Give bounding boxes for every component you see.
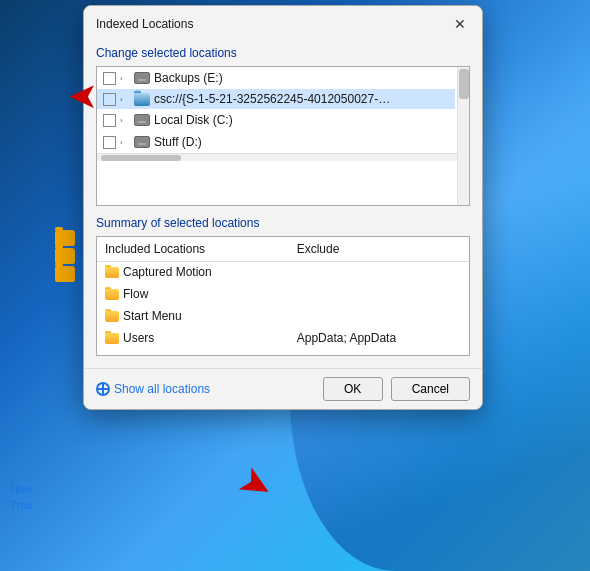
summary-name-users: Users	[123, 331, 154, 345]
locations-list[interactable]: › Backups (E:) › csc://{S-1-5-21-3252562…	[96, 66, 470, 206]
arrow-pointer-2: ➤	[231, 455, 283, 512]
folder-icon-1	[55, 230, 75, 246]
drive-icon-backups	[134, 70, 150, 86]
summary-section: Summary of selected locations Included L…	[96, 216, 470, 356]
chevron-localdisk: ›	[120, 116, 130, 125]
summary-folder-captured	[105, 267, 119, 278]
globe-icon	[96, 382, 110, 396]
cancel-button[interactable]: Cancel	[391, 377, 470, 401]
vertical-scrollbar[interactable]	[457, 67, 469, 205]
col-included: Included Locations	[97, 237, 289, 262]
dialog-content: Change selected locations › Backups (E:)	[84, 40, 482, 368]
hdd-backups	[134, 72, 150, 84]
location-item-backups[interactable]: › Backups (E:)	[97, 67, 455, 89]
dialog-close-button[interactable]: ✕	[450, 14, 470, 34]
change-locations-section: Change selected locations › Backups (E:)	[96, 46, 470, 206]
summary-exclude-flow	[289, 284, 469, 306]
summary-name-startmenu: Start Menu	[123, 309, 182, 323]
summary-row-captured: Captured Motion	[97, 262, 469, 285]
sidebar-bottom-links: How Trou	[10, 483, 32, 511]
dialog-footer: Show all locations OK Cancel	[84, 368, 482, 409]
folder-icon-csc	[134, 93, 150, 106]
location-name-localdisk: Local Disk (C:)	[154, 113, 233, 127]
show-all-label: Show all locations	[114, 382, 210, 396]
h-scrollbar-thumb	[101, 155, 181, 161]
chevron-stuff: ›	[120, 138, 130, 147]
dialog-titlebar: Indexed Locations ✕	[84, 6, 482, 40]
summary-folder-startmenu	[105, 311, 119, 322]
summary-folder-flow	[105, 289, 119, 300]
sidebar-folder-icons	[55, 230, 75, 282]
hdd-stuff	[134, 136, 150, 148]
summary-table: Included Locations Exclude Captured Moti…	[97, 237, 469, 350]
show-all-locations-link[interactable]: Show all locations	[96, 382, 210, 396]
v-scrollbar-thumb	[459, 69, 469, 99]
summary-row-flow: Flow	[97, 284, 469, 306]
location-name-stuff: Stuff (D:)	[154, 135, 202, 149]
ok-button[interactable]: OK	[323, 377, 383, 401]
summary-table-container: Included Locations Exclude Captured Moti…	[96, 236, 470, 356]
sidebar-trou-link[interactable]: Trou	[10, 499, 32, 511]
summary-item-startmenu: Start Menu	[105, 309, 281, 323]
col-exclude: Exclude	[289, 237, 469, 262]
folder-icon-3	[55, 266, 75, 282]
summary-row-users: Users AppData; AppData	[97, 328, 469, 350]
folder-icon-2	[55, 248, 75, 264]
summary-cell-users: Users	[97, 328, 289, 350]
summary-name-flow: Flow	[123, 287, 148, 301]
drive-icon-localdisk	[134, 112, 150, 128]
summary-cell-captured: Captured Motion	[97, 262, 289, 285]
location-item-csc[interactable]: › csc://{S-1-5-21-3252562245-4012050027-…	[97, 89, 455, 109]
checkbox-backups[interactable]	[103, 72, 116, 85]
location-name-csc: csc://{S-1-5-21-3252562245-4012050027-20…	[154, 92, 394, 106]
hdd-localdisk	[134, 114, 150, 126]
locations-list-inner: › Backups (E:) › csc://{S-1-5-21-3252562…	[97, 67, 469, 153]
summary-item-users: Users	[105, 331, 281, 345]
location-item-localdisk[interactable]: › Local Disk (C:)	[97, 109, 455, 131]
location-item-stuff[interactable]: › Stuff (D:)	[97, 131, 455, 153]
chevron-backups: ›	[120, 74, 130, 83]
drive-icon-stuff	[134, 134, 150, 150]
chevron-csc: ›	[120, 95, 130, 104]
summary-exclude-captured	[289, 262, 469, 285]
summary-section-title: Summary of selected locations	[96, 216, 470, 230]
indexed-locations-dialog: Indexed Locations ✕ Change selected loca…	[83, 5, 483, 410]
dialog-title: Indexed Locations	[96, 17, 193, 31]
change-section-title: Change selected locations	[96, 46, 470, 60]
location-name-backups: Backups (E:)	[154, 71, 223, 85]
summary-name-captured: Captured Motion	[123, 265, 212, 279]
summary-row-startmenu: Start Menu	[97, 306, 469, 328]
summary-exclude-users: AppData; AppData	[289, 328, 469, 350]
summary-cell-startmenu: Start Menu	[97, 306, 289, 328]
summary-item-flow: Flow	[105, 287, 281, 301]
summary-folder-users	[105, 333, 119, 344]
checkbox-stuff[interactable]	[103, 136, 116, 149]
summary-cell-flow: Flow	[97, 284, 289, 306]
checkbox-csc[interactable]	[103, 93, 116, 106]
sidebar-how-link[interactable]: How	[10, 483, 32, 495]
checkbox-localdisk[interactable]	[103, 114, 116, 127]
footer-buttons: OK Cancel	[323, 377, 470, 401]
summary-exclude-startmenu	[289, 306, 469, 328]
summary-item-captured: Captured Motion	[105, 265, 281, 279]
horizontal-scrollbar[interactable]	[97, 153, 469, 161]
